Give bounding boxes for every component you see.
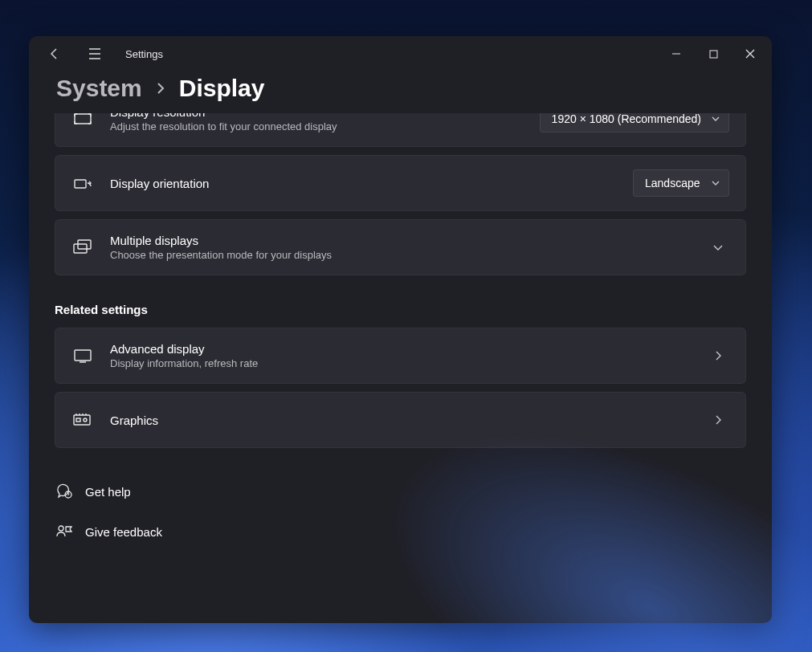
graphics-icon <box>71 409 94 431</box>
advanced-display-subtitle: Display information, refresh rate <box>110 357 691 369</box>
feedback-icon <box>55 522 74 541</box>
chevron-right-icon <box>707 414 729 426</box>
setting-row-orientation: Display orientation Landscape <box>55 155 746 211</box>
multiple-displays-subtitle: Choose the presentation mode for your di… <box>110 249 691 261</box>
setting-row-graphics[interactable]: Graphics <box>55 392 746 448</box>
svg-point-8 <box>84 418 87 422</box>
orientation-icon <box>71 172 94 194</box>
graphics-title: Graphics <box>110 414 691 427</box>
give-feedback-label: Give feedback <box>85 525 162 539</box>
orientation-value: Landscape <box>645 177 700 189</box>
orientation-title: Display orientation <box>110 177 617 190</box>
svg-rect-0 <box>710 51 717 58</box>
setting-row-resolution: Display resolution Adjust the resolution… <box>55 113 746 147</box>
nav-menu-button[interactable] <box>80 39 109 68</box>
content-area: Display resolution Adjust the resolution… <box>29 113 772 623</box>
chevron-right-icon <box>707 350 729 361</box>
chevron-down-icon <box>711 114 720 124</box>
setting-row-multiple-displays[interactable]: Multiple displays Choose the presentatio… <box>55 219 746 275</box>
give-feedback-link[interactable]: Give feedback <box>55 515 746 548</box>
maximize-button[interactable] <box>695 41 732 67</box>
help-icon <box>55 482 74 501</box>
breadcrumb: System Display <box>29 71 772 113</box>
get-help-link[interactable]: Get help <box>55 475 746 507</box>
breadcrumb-parent[interactable]: System <box>56 75 142 102</box>
multiple-displays-title: Multiple displays <box>110 234 691 247</box>
resolution-title: Display resolution <box>110 113 524 119</box>
svg-point-10 <box>59 526 63 531</box>
resolution-subtitle: Adjust the resolution to fit your connec… <box>110 120 524 132</box>
orientation-dropdown[interactable]: Landscape <box>633 169 729 197</box>
related-settings-label: Related settings <box>55 303 746 316</box>
app-title: Settings <box>125 48 163 60</box>
svg-rect-1 <box>75 114 91 124</box>
minimize-button[interactable] <box>658 41 695 67</box>
svg-rect-2 <box>75 180 86 188</box>
multiple-displays-icon <box>71 236 94 259</box>
monitor-icon <box>71 344 94 367</box>
close-button[interactable] <box>732 41 769 67</box>
setting-row-advanced-display[interactable]: Advanced display Display information, re… <box>55 328 746 384</box>
get-help-label: Get help <box>85 485 131 499</box>
resolution-icon <box>71 113 94 130</box>
chevron-down-icon <box>711 178 720 188</box>
chevron-right-icon <box>155 83 166 94</box>
svg-rect-5 <box>75 350 91 361</box>
advanced-display-title: Advanced display <box>110 342 691 356</box>
svg-rect-7 <box>76 418 80 422</box>
back-button[interactable] <box>40 39 69 68</box>
resolution-value: 1920 × 1080 (Recommended) <box>552 113 701 125</box>
breadcrumb-current: Display <box>179 75 265 102</box>
resolution-dropdown[interactable]: 1920 × 1080 (Recommended) <box>540 113 729 132</box>
settings-window: Settings System Display <box>29 36 772 623</box>
titlebar: Settings <box>29 36 772 71</box>
chevron-down-icon <box>707 242 729 253</box>
